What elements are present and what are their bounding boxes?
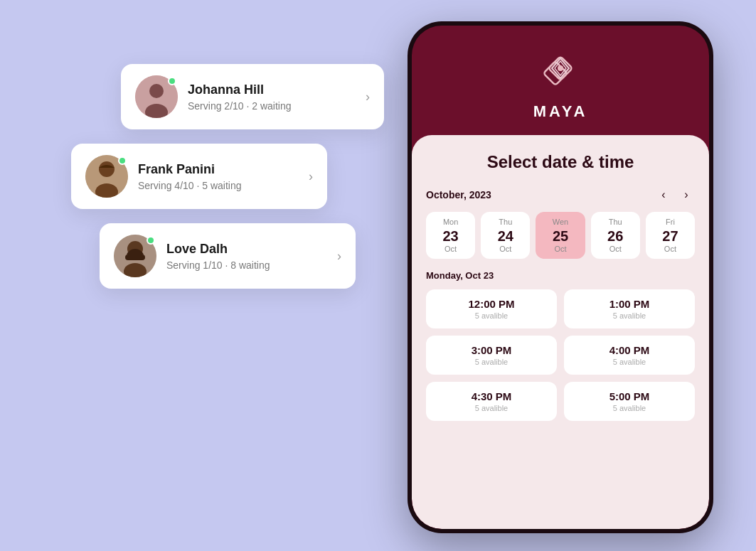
card-name: Johanna Hill [188, 82, 356, 97]
calendar-nav: ‹ › [655, 186, 695, 203]
day-name: Wen [538, 218, 582, 226]
month-label: October, 2023 [426, 189, 491, 200]
date-cell-thu26[interactable]: Thu 26 Oct [591, 212, 640, 259]
time-slot-400pm[interactable]: 4:00 PM 5 avalible [564, 336, 695, 375]
online-indicator [147, 236, 155, 245]
card-name: Love Dalh [166, 242, 327, 257]
prev-month-button[interactable]: ‹ [655, 186, 672, 203]
phone-screen: MAYA Select date & time October, 2023 ‹ … [412, 26, 709, 529]
date-picker-row: Mon 23 Oct Thu 24 Oct Wen 25 Oct Thu 26 [426, 212, 695, 259]
card-status: Serving 1/10 · 8 waiting [166, 260, 327, 271]
time-value: 5:00 PM [570, 390, 689, 402]
card-status: Serving 4/10 · 5 waiting [138, 180, 299, 191]
app-logo-text: MAYA [533, 102, 588, 121]
maya-logo-icon [539, 54, 582, 97]
date-cell-wen25[interactable]: Wen 25 Oct [536, 212, 585, 259]
date-number: 24 [484, 229, 527, 243]
selected-day-label: Monday, Oct 23 [426, 270, 695, 281]
card-info: Johanna Hill Serving 2/10 · 2 waiting [188, 82, 356, 112]
svg-point-4 [99, 161, 115, 177]
select-date-time-title: Select date & time [426, 152, 695, 172]
day-name: Thu [484, 218, 527, 226]
time-availability: 5 avalible [432, 404, 551, 412]
time-slot-500pm[interactable]: 5:00 PM 5 avalible [564, 382, 695, 421]
logo-area: MAYA [412, 26, 709, 135]
time-value: 3:00 PM [432, 344, 551, 356]
time-availability: 5 avalible [432, 358, 551, 366]
day-name: Fri [649, 218, 692, 226]
time-slot-1200pm[interactable]: 12:00 PM 5 avalible [426, 289, 557, 328]
date-number: 26 [594, 229, 637, 243]
avatar-wrap [85, 155, 128, 198]
phone-content: Select date & time October, 2023 ‹ › Mon… [412, 135, 709, 529]
svg-rect-8 [125, 255, 145, 260]
svg-point-1 [149, 84, 164, 98]
online-indicator [168, 77, 176, 85]
date-cell-thu24[interactable]: Thu 24 Oct [481, 212, 530, 259]
avatar-wrap [135, 75, 178, 118]
frank-card[interactable]: Frank Panini Serving 4/10 · 5 waiting › [71, 144, 327, 209]
calendar-header: October, 2023 ‹ › [426, 186, 695, 203]
phone-mockup: MAYA Select date & time October, 2023 ‹ … [408, 21, 713, 533]
card-status: Serving 2/10 · 2 waiting [188, 100, 356, 112]
day-name: Thu [594, 218, 637, 226]
time-availability: 5 avalible [432, 311, 551, 320]
time-availability: 5 avalible [570, 311, 689, 320]
cards-area: Johanna Hill Serving 2/10 · 2 waiting › … [43, 64, 384, 289]
online-indicator [118, 156, 127, 165]
avatar-wrap [114, 235, 156, 277]
date-month: Oct [594, 245, 637, 253]
time-value: 4:30 PM [432, 390, 551, 402]
svg-point-12 [558, 65, 563, 71]
card-info: Frank Panini Serving 4/10 · 5 waiting [138, 162, 299, 191]
card-info: Love Dalh Serving 1/10 · 8 waiting [166, 242, 327, 271]
chevron-right-icon[interactable]: › [337, 249, 341, 264]
date-month: Oct [484, 245, 527, 253]
date-cell-fri27[interactable]: Fri 27 Oct [646, 212, 695, 259]
time-slots-grid: 12:00 PM 5 avalible 1:00 PM 5 avalible 3… [426, 289, 695, 421]
time-value: 12:00 PM [432, 298, 551, 310]
next-month-button[interactable]: › [678, 186, 695, 203]
time-slot-430pm[interactable]: 4:30 PM 5 avalible [426, 382, 557, 421]
love-card[interactable]: Love Dalh Serving 1/10 · 8 waiting › [100, 223, 356, 289]
card-name: Frank Panini [138, 162, 299, 177]
date-month: Oct [429, 245, 472, 253]
time-value: 1:00 PM [570, 298, 689, 310]
date-month: Oct [649, 245, 692, 253]
time-value: 4:00 PM [570, 344, 689, 356]
time-slot-100pm[interactable]: 1:00 PM 5 avalible [564, 289, 695, 328]
date-cell-mon23[interactable]: Mon 23 Oct [426, 212, 475, 259]
time-availability: 5 avalible [570, 358, 689, 366]
day-name: Mon [429, 218, 472, 226]
johanna-card[interactable]: Johanna Hill Serving 2/10 · 2 waiting › [121, 64, 384, 129]
chevron-right-icon[interactable]: › [366, 90, 370, 105]
date-number: 25 [538, 229, 582, 243]
date-number: 27 [649, 229, 692, 243]
date-number: 23 [429, 229, 472, 243]
date-month: Oct [538, 245, 582, 253]
time-slot-300pm[interactable]: 3:00 PM 5 avalible [426, 336, 557, 375]
time-availability: 5 avalible [570, 404, 689, 412]
chevron-right-icon[interactable]: › [309, 169, 313, 184]
